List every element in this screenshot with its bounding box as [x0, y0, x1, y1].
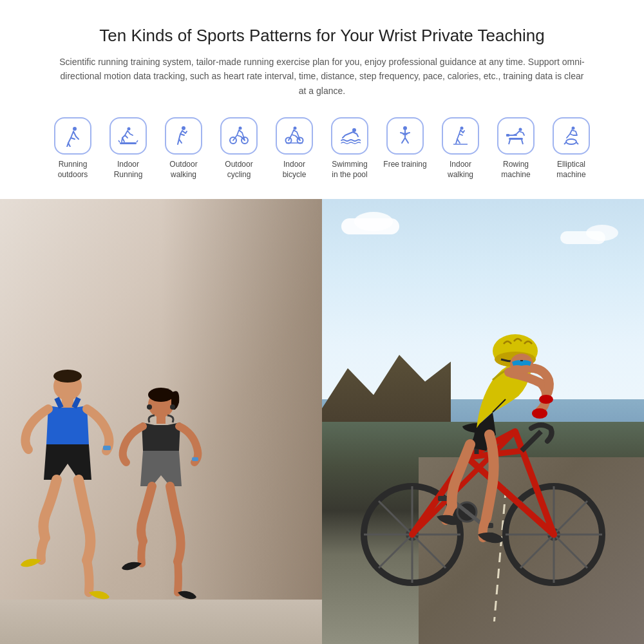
svg-point-20 — [572, 127, 575, 130]
sport-item-outdoor-walking: Outdoorwalking — [156, 117, 211, 180]
svg-line-18 — [522, 140, 523, 144]
svg-point-15 — [519, 128, 522, 131]
sport-label-indoor-walking: Indoorwalking — [448, 160, 473, 180]
sport-label-running-outdoors: Runningoutdoors — [58, 160, 88, 180]
sport-label-indoor-running: IndoorRunning — [114, 160, 143, 180]
cyclist-image — [322, 199, 644, 644]
svg-rect-30 — [156, 415, 166, 424]
svg-point-29 — [148, 388, 174, 402]
svg-point-58 — [539, 395, 553, 404]
sport-label-outdoor-walking: Outdoorwalking — [169, 160, 197, 180]
svg-rect-16 — [509, 138, 523, 140]
sport-label-rowing: Rowingmachine — [501, 160, 530, 180]
sport-icon-box-free-training — [386, 117, 424, 155]
svg-point-0 — [73, 127, 77, 131]
svg-point-3 — [182, 126, 185, 130]
runners-image — [0, 199, 322, 644]
main-title: Ten Kinds of Sports Patterns for Your Wr… — [39, 26, 605, 46]
sport-item-running-outdoors: Runningoutdoors — [45, 117, 100, 180]
sport-item-free-training: Free training — [377, 117, 433, 170]
svg-rect-26 — [62, 398, 73, 408]
svg-rect-2 — [120, 142, 137, 144]
svg-point-32 — [147, 404, 152, 410]
sport-icon-box-elliptical — [553, 117, 590, 155]
sport-icon-box-swimming — [331, 117, 368, 155]
sport-icon-box-indoor-running — [109, 117, 147, 155]
svg-point-33 — [170, 404, 175, 410]
sport-icon-box-cycling — [220, 117, 258, 155]
top-section: Ten Kinds of Sports Patterns for Your Wr… — [0, 0, 644, 199]
svg-rect-31 — [192, 457, 198, 461]
sport-icon-box-indoor-bicycle — [276, 117, 313, 155]
svg-point-13 — [460, 127, 464, 130]
sport-label-free-training: Free training — [383, 160, 426, 170]
sport-item-outdoor-cycling: Outdoorcycling — [211, 117, 267, 180]
svg-rect-19 — [506, 134, 509, 137]
svg-point-25 — [53, 370, 82, 383]
sport-item-swimming: Swimmingin the pool — [322, 117, 377, 180]
sport-icon-box-running — [54, 117, 91, 155]
svg-point-57 — [532, 408, 547, 419]
sport-icon-box-rowing — [497, 117, 535, 155]
sports-icons-row: Runningoutdoors IndoorRunning — [39, 117, 605, 180]
sport-item-indoor-bicycle: Indoorbicycle — [267, 117, 322, 180]
sport-label-elliptical: Ellipticalmachine — [556, 160, 585, 180]
sport-label-indoor-bicycle: Indoorbicycle — [283, 160, 307, 180]
sport-item-rowing: Rowingmachine — [488, 117, 544, 180]
sport-icon-box-indoor-walking — [442, 117, 479, 155]
images-section — [0, 199, 644, 644]
svg-point-21 — [566, 139, 576, 144]
svg-point-1 — [128, 128, 131, 131]
svg-point-4 — [239, 127, 242, 130]
svg-point-7 — [294, 127, 297, 130]
sport-label-swimming: Swimmingin the pool — [332, 160, 367, 180]
svg-line-17 — [509, 140, 510, 144]
sport-item-elliptical: Ellipticalmachine — [544, 117, 599, 180]
page-wrapper: Ten Kinds of Sports Patterns for Your Wr… — [0, 0, 644, 644]
sport-item-indoor-running: IndoorRunning — [100, 117, 156, 180]
svg-line-47 — [522, 431, 541, 451]
subtitle: Scientific running training system, tail… — [58, 55, 586, 98]
sport-icon-box-walking — [165, 117, 202, 155]
sport-item-indoor-walking: Indoorwalking — [433, 117, 488, 180]
sport-label-outdoor-cycling: Outdoorcycling — [225, 160, 252, 180]
